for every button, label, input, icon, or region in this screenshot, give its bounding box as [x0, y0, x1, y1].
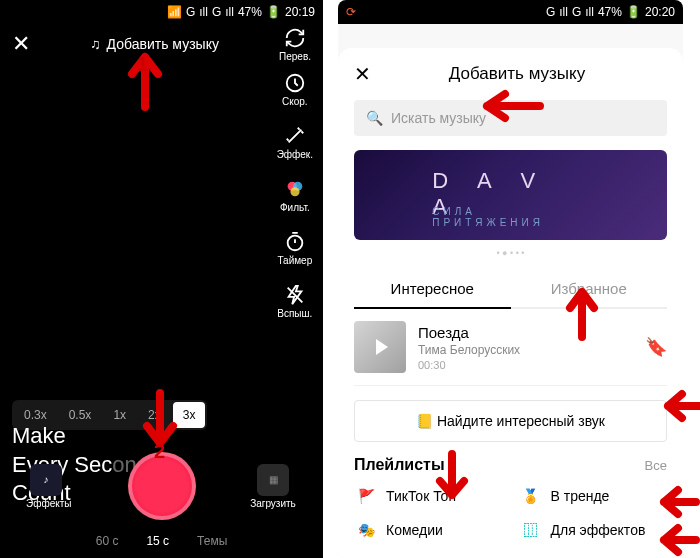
flip-camera-button[interactable]: Перев.	[279, 27, 311, 62]
signal: ıll	[199, 5, 208, 19]
tab-themes[interactable]: Темы	[197, 534, 227, 548]
track-duration: 00:30	[418, 359, 633, 371]
wifi-icon: 📶	[167, 5, 182, 19]
status-bar: 📶 G ıll G ıll 47% 🔋 20:19	[0, 0, 323, 24]
tool-label: Скор.	[282, 96, 308, 107]
upload-button[interactable]: ▦ Загрузить	[249, 464, 297, 509]
music-sheet: ✕ Добавить музыку 🔍 Искать музыку D A V …	[338, 48, 683, 558]
record-area: ♪ Эффекты ▦ Загрузить	[0, 452, 323, 520]
featured-banner[interactable]: D A V A СИЛА ПРИТЯЖЕНИЯ	[354, 150, 667, 240]
playlist-label: Для эффектов	[551, 522, 646, 538]
timer-tool[interactable]: Таймер	[277, 231, 313, 266]
flip-label: Перев.	[279, 51, 311, 62]
network-g2: G	[212, 5, 221, 19]
playlist-comedy[interactable]: 🎭 Комедии	[354, 518, 503, 542]
speed-tool[interactable]: Скор.	[277, 72, 313, 107]
flag-icon: 🚩	[354, 484, 378, 508]
duration-tabs: 60 с 15 c Темы	[0, 534, 323, 548]
close-icon[interactable]: ✕	[12, 31, 30, 57]
tool-label: Эффек.	[277, 149, 313, 160]
playlist-effects[interactable]: ⿲ Для эффектов	[519, 518, 668, 542]
network-g: G	[186, 5, 195, 19]
playlist-label: Комедии	[386, 522, 443, 538]
track-title: Поезда	[418, 324, 633, 341]
signal2: ıll	[585, 5, 594, 19]
signal2: ıll	[225, 5, 234, 19]
filter-tool[interactable]: Фильт.	[277, 178, 313, 213]
tool-label: Таймер	[277, 255, 312, 266]
find-sound-button[interactable]: 📒 Найдите интересный звук	[354, 400, 667, 442]
beauty-tool[interactable]: Эффек.	[277, 125, 313, 160]
clock: 20:20	[645, 5, 675, 19]
battery-pct: 47%	[238, 5, 262, 19]
signal: ıll	[559, 5, 568, 19]
camera-screen: 📶 G ıll G ıll 47% 🔋 20:19 ✕ ♫ Добавить м…	[0, 0, 323, 558]
refresh-icon: ⟳	[346, 5, 356, 19]
search-input[interactable]: 🔍 Искать музыку	[354, 100, 667, 136]
music-tabs: Интересное Избранное	[354, 270, 667, 309]
battery-icon: 🔋	[266, 5, 281, 19]
tab-favorites[interactable]: Избранное	[511, 270, 668, 309]
playlists-heading: Плейлисты	[354, 456, 445, 474]
tiktok-logo-icon: ♪	[30, 464, 62, 496]
mask-icon: 🎭	[354, 518, 378, 542]
svg-point-3	[290, 187, 299, 196]
speed-3x[interactable]: 3x	[173, 402, 206, 428]
playlist-tiktok-top[interactable]: 🚩 ТикТок Топ	[354, 484, 503, 508]
tab-interesting[interactable]: Интересное	[354, 270, 511, 309]
play-icon	[376, 339, 388, 355]
track-row[interactable]: Поезда Тима Белорусских 00:30 🔖	[354, 309, 667, 386]
top-bar: ✕ ♫ Добавить музыку Перев.	[0, 24, 323, 64]
music-note-icon: ♫	[90, 36, 101, 52]
tab-60s[interactable]: 60 с	[96, 534, 119, 548]
track-artwork	[354, 321, 406, 373]
tool-label: Фильт.	[280, 202, 310, 213]
playlist-grid: 🚩 ТикТок Топ 🏅 В тренде 🎭 Комедии ⿲ Для …	[354, 484, 667, 542]
sheet-title: Добавить музыку	[367, 64, 667, 84]
music-picker-screen: ⟳ G ıll G ıll 47% 🔋 20:20 ✕ Добавить муз…	[338, 0, 683, 558]
clock: 20:19	[285, 5, 315, 19]
network-g2: G	[572, 5, 581, 19]
record-button[interactable]	[128, 452, 196, 520]
tool-label: Вспыш.	[277, 308, 312, 319]
track-artist: Тима Белорусских	[418, 343, 633, 357]
search-placeholder: Искать музыку	[391, 110, 486, 126]
playlist-trending[interactable]: 🏅 В тренде	[519, 484, 668, 508]
camera-tools: Скор. Эффек. Фильт. Таймер Вспыш.	[277, 72, 313, 319]
pagination-dots: • ● • • •	[354, 248, 667, 258]
network-g: G	[546, 5, 555, 19]
soundwave-icon: ⿲	[519, 518, 543, 542]
add-music-button[interactable]: ♫ Добавить музыку	[90, 36, 219, 52]
flash-tool[interactable]: Вспыш.	[277, 284, 313, 319]
effects-button[interactable]: ♪ Эффекты	[26, 464, 66, 509]
badge-icon: 🏅	[519, 484, 543, 508]
battery-icon: 🔋	[626, 5, 641, 19]
upload-thumb-icon: ▦	[257, 464, 289, 496]
battery-pct: 47%	[598, 5, 622, 19]
tab-15s[interactable]: 15 c	[146, 534, 169, 548]
add-music-label: Добавить музыку	[107, 36, 219, 52]
playlist-label: ТикТок Топ	[386, 488, 456, 504]
track-info: Поезда Тима Белорусских 00:30	[418, 324, 633, 371]
status-bar: ⟳ G ıll G ıll 47% 🔋 20:20	[338, 0, 683, 24]
banner-subtitle: СИЛА ПРИТЯЖЕНИЯ	[432, 206, 589, 228]
playlists-all-link[interactable]: Все	[645, 458, 667, 473]
upload-label: Загрузить	[250, 498, 296, 509]
search-icon: 🔍	[366, 110, 383, 126]
effects-label: Эффекты	[26, 498, 71, 509]
playlist-label: В тренде	[551, 488, 610, 504]
bookmark-icon[interactable]: 🔖	[645, 336, 667, 358]
